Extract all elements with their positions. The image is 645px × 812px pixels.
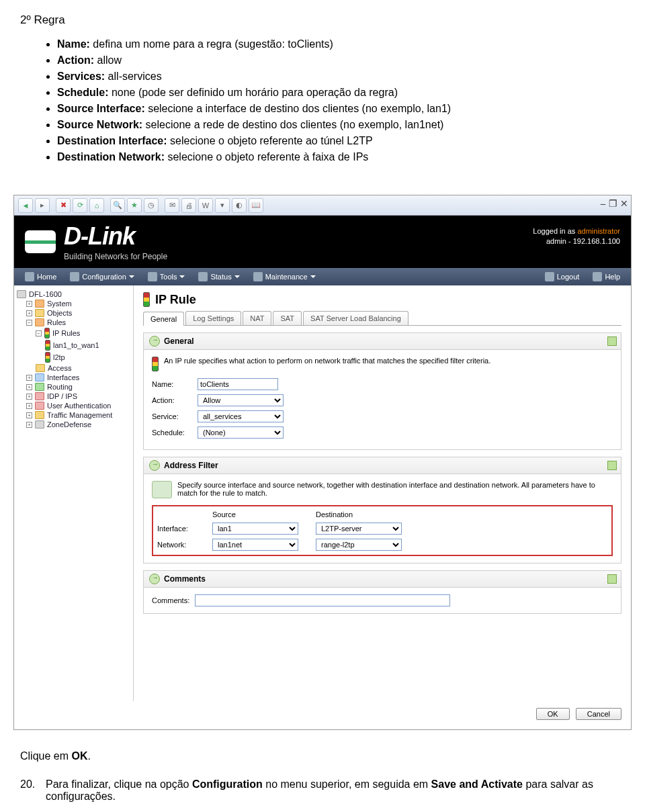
- logged-in-user[interactable]: administrator: [577, 227, 620, 235]
- destination-network-select[interactable]: range-l2tp: [316, 539, 402, 551]
- bullet-schedule-label: Schedule:: [57, 87, 108, 98]
- main-panel: IP Rule General Log Settings NAT SAT SAT…: [134, 285, 631, 701]
- collapse-section-icon[interactable]: [607, 336, 617, 346]
- help-menu-icon: [593, 272, 602, 281]
- history-icon[interactable]: ◷: [144, 198, 159, 213]
- button-bar: OK Cancel: [14, 701, 631, 729]
- menu-logout[interactable]: Logout: [538, 272, 587, 281]
- menu-tools[interactable]: Tools: [141, 272, 192, 281]
- tree-root[interactable]: DFL-1600: [17, 289, 130, 299]
- iprule-icon: [143, 292, 150, 307]
- service-select[interactable]: all_services: [198, 410, 284, 422]
- tab-sat-balancing[interactable]: SAT Server Load Balancing: [303, 311, 408, 325]
- stop-icon[interactable]: ✖: [56, 198, 71, 213]
- folder-icon: [35, 383, 44, 391]
- refresh-icon[interactable]: ⟳: [73, 198, 87, 213]
- step-number: 20.: [20, 778, 39, 803]
- expand-icon[interactable]: +: [26, 384, 32, 390]
- tree-lan1wan1[interactable]: lan1_to_wan1: [17, 339, 130, 351]
- tree-l2tp[interactable]: l2tp: [17, 351, 130, 363]
- folder-icon: [36, 364, 45, 372]
- folder-icon: [35, 392, 44, 400]
- tab-general[interactable]: General: [143, 312, 184, 326]
- logout-menu-icon: [545, 272, 554, 281]
- tree-userauth[interactable]: +User Authentication: [17, 401, 130, 410]
- mail-icon[interactable]: ✉: [165, 198, 179, 213]
- menu-home[interactable]: Home: [18, 272, 63, 281]
- section-general-header: General: [143, 332, 621, 350]
- folder-icon: [35, 318, 44, 326]
- page-title: IP Rule: [143, 292, 621, 307]
- expand-icon[interactable]: +: [26, 394, 32, 400]
- section-filter-header: Address Filter: [143, 457, 621, 474]
- home-menu-icon: [25, 272, 34, 281]
- research-icon[interactable]: 📖: [249, 198, 263, 213]
- source-interface-select[interactable]: lan1: [212, 523, 298, 535]
- section-filter-body: Specify source interface and source netw…: [143, 474, 621, 563]
- messenger-icon[interactable]: ◐: [232, 198, 247, 213]
- folder-icon: [35, 420, 44, 428]
- section-general-body: An IP rule specifies what action to perf…: [143, 350, 621, 450]
- collapse-icon[interactable]: −: [36, 330, 42, 336]
- tree-zonedefense[interactable]: +ZoneDefense: [17, 420, 130, 429]
- collapse-section-icon[interactable]: [607, 461, 617, 470]
- comments-input[interactable]: [195, 594, 450, 606]
- expand-icon[interactable]: +: [26, 375, 32, 381]
- expand-icon[interactable]: +: [26, 403, 32, 409]
- menu-status[interactable]: Status: [191, 272, 246, 281]
- action-select[interactable]: Allow: [198, 394, 284, 406]
- rule-icon: [152, 357, 159, 371]
- brand-header: D-Link Building Networks for People Logg…: [14, 216, 631, 268]
- bullet-name-label: Name:: [57, 38, 90, 50]
- tree-access[interactable]: Access: [17, 363, 130, 373]
- name-input[interactable]: [198, 378, 278, 390]
- collapse-icon[interactable]: −: [26, 320, 32, 326]
- ok-button[interactable]: OK: [536, 708, 570, 720]
- destination-interface-select[interactable]: L2TP-server: [316, 523, 402, 535]
- tree-routing[interactable]: +Routing: [17, 382, 130, 392]
- expand-icon[interactable]: +: [26, 310, 32, 316]
- home-icon[interactable]: ⌂: [89, 198, 104, 213]
- menu-help[interactable]: Help: [586, 272, 627, 281]
- schedule-select[interactable]: (None): [198, 426, 284, 439]
- tree-rules[interactable]: −Rules: [17, 318, 130, 327]
- forward-button[interactable]: ▸: [35, 198, 50, 213]
- expand-icon[interactable]: +: [26, 422, 32, 428]
- back-button[interactable]: ◄: [18, 198, 33, 213]
- tree-system[interactable]: +System: [17, 299, 130, 308]
- tab-sat[interactable]: SAT: [273, 311, 302, 325]
- tree-objects[interactable]: +Objects: [17, 308, 130, 318]
- tree-traffic[interactable]: +Traffic Management: [17, 410, 130, 420]
- section-comments-header: Comments: [143, 570, 621, 588]
- search-icon[interactable]: 🔍: [110, 198, 125, 213]
- rule-bullets: Name: defina um nome para a regra (suges…: [57, 36, 625, 165]
- tree-idp[interactable]: +IDP / IPS: [17, 392, 130, 401]
- discuss-icon[interactable]: ▾: [215, 198, 230, 213]
- collapse-section-icon[interactable]: [607, 574, 617, 584]
- expand-icon[interactable]: +: [26, 412, 32, 418]
- source-network-select[interactable]: lan1net: [212, 539, 298, 551]
- favorites-icon[interactable]: ★: [127, 198, 142, 213]
- bullet-srcnet-text: selecione a rede de destino dos clientes…: [142, 119, 443, 130]
- main-menu: Home Configuration Tools Status Maintena…: [14, 268, 631, 285]
- destination-header: Destination: [316, 510, 410, 518]
- menu-maintenance[interactable]: Maintenance: [247, 272, 322, 281]
- bullet-srcnet-label: Source Network:: [57, 119, 142, 130]
- tab-nat[interactable]: NAT: [243, 311, 271, 325]
- tree-iprules[interactable]: −IP Rules: [17, 327, 130, 339]
- bullet-schedule-text: none (pode ser definido um horário para …: [108, 87, 398, 98]
- window-controls[interactable]: ‒ ❐ ✕: [600, 198, 628, 209]
- cancel-button[interactable]: Cancel: [576, 708, 621, 720]
- expand-icon[interactable]: +: [26, 301, 32, 307]
- bullet-action-label: Action:: [57, 54, 94, 66]
- menu-configuration[interactable]: Configuration: [63, 272, 140, 281]
- tree-interfaces[interactable]: +Interfaces: [17, 373, 130, 382]
- bullet-dstif-text: selecione o objeto referente ao túnel L2…: [167, 135, 373, 146]
- tab-log-settings[interactable]: Log Settings: [185, 311, 241, 325]
- folder-icon: [35, 373, 44, 381]
- screenshot-container: ◄ ▸ ✖ ⟳ ⌂ 🔍 ★ ◷ ✉ 🖨 W ▾ ◐ 📖 ‒ ❐ ✕ D-Link…: [13, 195, 632, 730]
- edit-icon[interactable]: W: [198, 198, 213, 213]
- print-icon[interactable]: 🖨: [181, 198, 196, 213]
- name-label: Name:: [152, 380, 198, 388]
- schedule-label: Schedule:: [152, 428, 198, 437]
